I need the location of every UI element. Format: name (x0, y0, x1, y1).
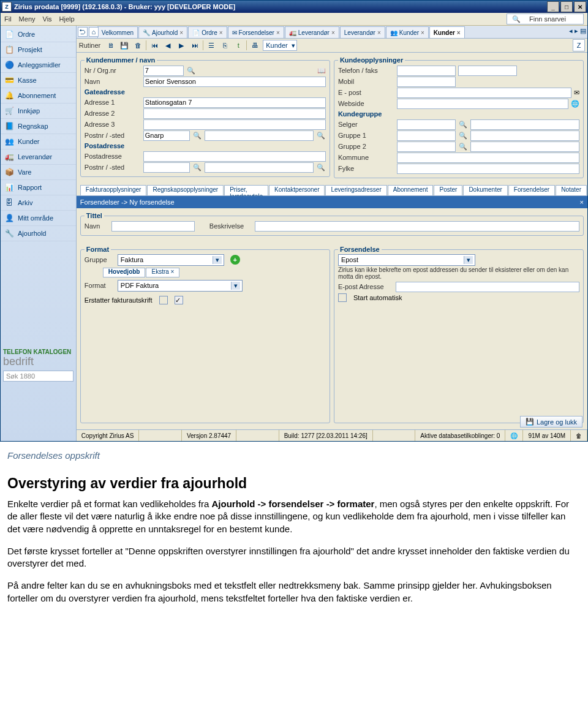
tab-velkommen[interactable]: Velkommen (97, 26, 138, 38)
toolbar-dropdown[interactable]: Kunder (263, 40, 296, 51)
sidebar-item-abonnement[interactable]: 🔔Abonnement (1, 88, 76, 104)
sidebar-item-kasse[interactable]: 💳Kasse (1, 73, 76, 88)
subtab-fakturaopplysninger[interactable]: Fakturaopplysninger (80, 185, 147, 195)
tab-ordre[interactable]: 📄Ordre× (188, 26, 227, 38)
gruppe2-input[interactable] (397, 141, 456, 152)
selger-input[interactable] (397, 119, 456, 130)
close-icon[interactable]: × (421, 29, 424, 36)
tab-prev-icon[interactable]: ◂ (569, 27, 573, 35)
search-icon[interactable]: 🔍 (192, 164, 202, 172)
faks-input[interactable] (458, 66, 517, 76)
tab-list-icon[interactable]: ▤ (580, 27, 586, 35)
subtab-leveringsadresser[interactable]: Leveringsadresser (325, 185, 386, 195)
close-icon[interactable]: × (276, 29, 280, 36)
menu-hjelp[interactable]: Hjelp (59, 15, 75, 23)
fylke-input[interactable] (397, 164, 579, 174)
search-icon[interactable]: 🔍 (316, 132, 326, 140)
tab-ekstra[interactable]: Ekstra × (146, 268, 179, 277)
mail-icon[interactable]: ✉ (574, 89, 579, 97)
selger-name-input[interactable] (470, 119, 579, 130)
search-icon[interactable]: 🔍 (458, 143, 468, 151)
kommune-input[interactable] (397, 153, 579, 163)
gruppe2-name-input[interactable] (470, 141, 579, 152)
tab-back-icon[interactable]: ⮌ (78, 27, 88, 37)
nr-input[interactable] (143, 66, 184, 76)
postnr-input[interactable] (143, 130, 190, 141)
tab-leverandor-2[interactable]: Leverandør× (340, 26, 385, 38)
format-select[interactable]: PDF Faktura (118, 280, 243, 292)
adresse3-input[interactable] (143, 119, 326, 130)
subtab-priser[interactable]: Priser, kundeavtale (224, 185, 268, 195)
subtab-forsendelser[interactable]: Forsendelser (508, 185, 555, 195)
trash-icon[interactable]: 🗑 (571, 430, 587, 441)
sidebar-item-mitt-omrade[interactable]: 👤Mitt område (1, 211, 76, 226)
sidebar-item-innkjop[interactable]: 🛒Innkjøp (1, 104, 76, 119)
gruppe1-name-input[interactable] (470, 130, 579, 141)
new-icon[interactable]: 🗎 (105, 40, 116, 51)
subtab-kontaktpersoner[interactable]: Kontaktpersoner (269, 185, 325, 195)
postadresse-input[interactable] (143, 151, 326, 162)
sidebar-item-leverandor[interactable]: 🚛Leverandør (1, 149, 76, 165)
subtab-abonnement[interactable]: Abonnement (388, 185, 434, 195)
search-icon[interactable]: 🔍 (316, 164, 326, 172)
close-icon[interactable]: × (179, 29, 183, 36)
tab-home-icon[interactable]: ⌂ (89, 27, 99, 37)
sidebar-item-regnskap[interactable]: 📘Regnskap (1, 119, 76, 134)
gruppe-select[interactable]: Faktura (118, 254, 224, 266)
first-icon[interactable]: ⏮ (149, 40, 160, 51)
print-icon[interactable]: 🖶 (249, 40, 260, 51)
tab-leverandor-1[interactable]: 🚛Leverandør× (285, 26, 339, 38)
search-icon[interactable]: 🔍 (458, 121, 468, 129)
subtab-regnskapsopplysninger[interactable]: Regnskapsopplysninger (147, 185, 224, 195)
tab-kunder-2[interactable]: Kunder× (429, 26, 465, 38)
poststed2-input[interactable] (205, 162, 314, 173)
adresse1-input[interactable] (143, 97, 326, 108)
tittel-beskrivelse-input[interactable] (255, 221, 579, 232)
subtab-poster[interactable]: Poster (434, 185, 462, 195)
sidebar-item-vare[interactable]: 📦Vare (1, 165, 76, 180)
sidebar-item-ajourhold[interactable]: 🔧Ajourhold (1, 226, 76, 241)
epost-input[interactable] (397, 88, 571, 98)
forsendelse-type-select[interactable]: Epost (338, 254, 475, 266)
sidebar-item-prosjekt[interactable]: 📋Prosjekt (1, 42, 76, 58)
search-icon[interactable]: 🔍 (192, 132, 202, 140)
lagre-og-lukk-button[interactable]: 💾Lagre og lukk (520, 416, 582, 428)
tab-next-icon[interactable]: ▸ (575, 27, 578, 35)
prev-icon[interactable]: ◀ (162, 40, 173, 51)
close-icon[interactable]: × (580, 198, 584, 206)
webside-input[interactable] (397, 99, 568, 109)
adresse2-input[interactable] (143, 108, 326, 119)
minimize-button[interactable]: _ (547, 1, 559, 12)
sidebar-item-ordre[interactable]: 📄Ordre (1, 27, 76, 42)
search-icon[interactable]: 🔍 (458, 132, 468, 140)
save-icon[interactable]: 💾 (119, 40, 130, 51)
sidebar-item-arkiv[interactable]: 🗄Arkiv (1, 195, 76, 211)
search-icon[interactable]: 🔍 (186, 67, 196, 75)
subtab-dokumenter[interactable]: Dokumenter (463, 185, 507, 195)
tab-ajourhold[interactable]: 🔧Ajourhold× (138, 26, 187, 38)
close-button[interactable]: ✕ (574, 1, 586, 12)
epost-adresse-input[interactable] (396, 282, 579, 292)
navn-input[interactable] (143, 77, 326, 87)
sidebar-item-anleggsmidler[interactable]: 🔵Anleggsmidler (1, 58, 76, 73)
person-icon[interactable]: t (233, 40, 244, 51)
subtab-notater[interactable]: Notater (556, 185, 587, 195)
toolbar-z-icon[interactable]: Z (573, 39, 585, 51)
close-icon[interactable]: × (457, 29, 461, 36)
tab-forsendelser[interactable]: ✉Forsendelser× (228, 26, 284, 38)
book-icon[interactable]: 📖 (317, 67, 326, 75)
add-icon[interactable]: + (230, 255, 240, 265)
tittel-navn-input[interactable] (111, 221, 195, 232)
menu-meny[interactable]: Meny (19, 15, 36, 23)
close-icon[interactable]: × (171, 268, 175, 275)
close-icon[interactable]: × (377, 29, 381, 36)
poststed-input[interactable] (205, 130, 314, 141)
gruppe1-input[interactable] (397, 130, 456, 141)
sidebar-item-kunder[interactable]: 👥Kunder (1, 134, 76, 149)
tab-kunder-1[interactable]: 👥Kunder× (386, 26, 429, 38)
copy-icon[interactable]: ⎘ (219, 40, 230, 51)
close-icon[interactable]: × (219, 29, 223, 36)
close-icon[interactable]: × (331, 29, 335, 36)
sok-1880-input[interactable]: Søk 1880 (3, 371, 74, 382)
list-icon[interactable]: ☰ (206, 40, 217, 51)
